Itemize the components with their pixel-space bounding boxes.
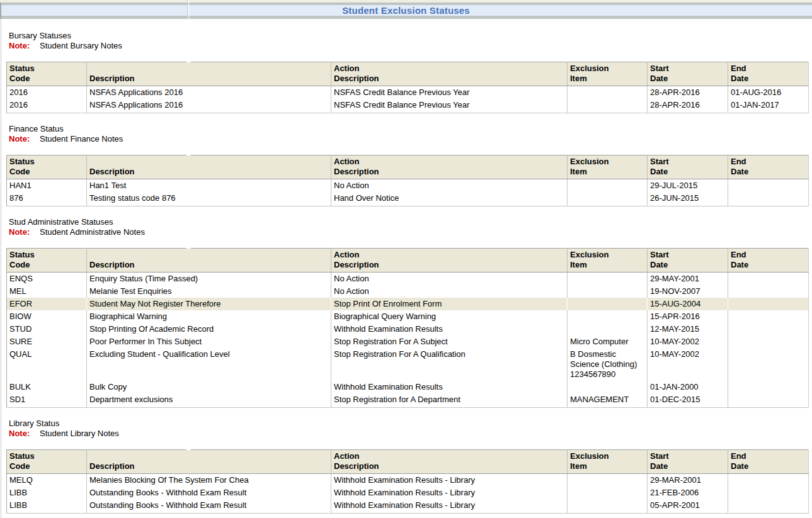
status-table: Status CodeDescriptionAction Description… xyxy=(6,449,809,514)
status-table-wrap: Status CodeDescriptionAction Description… xyxy=(6,155,808,206)
column-header-description: Description xyxy=(87,62,331,86)
table-header-row: Status CodeDescriptionAction Description… xyxy=(7,62,809,86)
cell-start-date: 10-MAY-2002 xyxy=(648,348,728,381)
cell-exclusion-item xyxy=(568,323,648,335)
cell-action-description: Stop Registration For A Qualification xyxy=(331,348,568,381)
cell-action-description: Withhold Examination Results xyxy=(331,323,568,335)
cell-description: Outstanding Books - Withhold Exam Result xyxy=(87,487,331,499)
cell-status-code: QUAL xyxy=(7,348,87,381)
column-header-start-date: Start Date xyxy=(648,155,728,179)
note-text: Student Bursary Notes xyxy=(40,41,122,50)
status-section: Stud Administrative Statuses Note:Studen… xyxy=(0,217,812,408)
cell-end-date xyxy=(728,381,809,393)
column-header-action-description: Action Description xyxy=(331,62,568,86)
page-title: Student Exclusion Statuses xyxy=(342,5,470,16)
table-header-row: Status CodeDescriptionAction Description… xyxy=(7,249,809,273)
cell-end-date xyxy=(728,474,809,487)
status-table: Status CodeDescriptionAction Description… xyxy=(6,155,809,206)
table-row: BULKBulk CopyWithhold Examination Result… xyxy=(7,381,809,393)
column-header-action-description: Action Description xyxy=(331,450,568,474)
cell-start-date: 29-MAY-2001 xyxy=(648,273,728,286)
status-table-wrap: Status CodeDescriptionAction Description… xyxy=(6,248,808,408)
cell-status-code: EFOR xyxy=(7,298,87,310)
note-text: Student Finance Notes xyxy=(40,134,123,144)
cell-start-date: 05-APR-2001 xyxy=(648,499,728,514)
column-header-status-code: Status Code xyxy=(7,62,87,86)
cell-action-description: Biographical Query Warning xyxy=(331,310,568,323)
cell-action-description: No Action xyxy=(331,179,568,193)
cell-start-date: 29-MAR-2001 xyxy=(648,474,728,487)
cell-description: Testing status code 876 xyxy=(87,192,331,206)
column-header-end-date: End Date xyxy=(728,155,809,179)
cell-action-description: Withhold Examination Results xyxy=(331,381,568,393)
column-header-description: Description xyxy=(87,450,331,474)
cell-status-code: MEL xyxy=(7,285,87,298)
table-header-row: Status CodeDescriptionAction Description… xyxy=(7,155,809,179)
table-row: 876Testing status code 876Hand Over Noti… xyxy=(7,192,809,206)
cell-end-date xyxy=(728,285,809,298)
cell-exclusion-item xyxy=(568,381,648,393)
table-row: 2016NSFAS Applications 2016NSFAS Credit … xyxy=(7,99,809,113)
status-section: Finance Status Note:Student Finance Note… xyxy=(0,124,812,206)
cell-start-date: 21-FEB-2006 xyxy=(648,487,728,499)
column-header-exclusion-item: Exclusion Item xyxy=(568,249,648,273)
cell-status-code: HAN1 xyxy=(7,179,87,193)
table-row: STUDStop Printing Of Academic RecordWith… xyxy=(7,323,809,335)
cell-exclusion-item xyxy=(568,86,648,99)
table-row: QUALExcluding Student - Qualification Le… xyxy=(7,348,809,381)
column-header-exclusion-item: Exclusion Item xyxy=(568,450,648,474)
cell-status-code: MELQ xyxy=(7,474,87,487)
title-bar: Student Exclusion Statuses xyxy=(0,5,812,16)
cell-description: Biographical Warning xyxy=(87,310,331,323)
section-title: Finance Status xyxy=(9,124,812,134)
cell-status-code: BIOW xyxy=(7,310,87,323)
cell-start-date: 10-MAY-2002 xyxy=(648,335,728,348)
cell-description: Stop Printing Of Academic Record xyxy=(87,323,331,335)
note-label: Note: xyxy=(9,227,40,237)
cell-end-date xyxy=(728,192,809,206)
section-title: Stud Administrative Statuses xyxy=(9,217,812,227)
cell-description: Melanie Test Enquiries xyxy=(87,285,331,298)
column-header-action-description: Action Description xyxy=(331,249,568,273)
column-header-action-description: Action Description xyxy=(331,155,568,179)
cell-start-date: 15-APR-2016 xyxy=(648,310,728,323)
cell-end-date: 01-AUG-2016 xyxy=(728,86,809,99)
status-table: Status CodeDescriptionAction Description… xyxy=(6,248,809,408)
cell-status-code: LIBB xyxy=(7,499,87,514)
cell-action-description: Hand Over Notice xyxy=(331,192,568,206)
note-label: Note: xyxy=(9,429,40,439)
cell-end-date xyxy=(728,335,809,348)
cell-exclusion-item xyxy=(568,499,648,514)
column-header-exclusion-item: Exclusion Item xyxy=(568,155,648,179)
cell-status-code: 2016 xyxy=(7,86,87,99)
cell-action-description: No Action xyxy=(331,285,568,298)
cell-action-description: Withhold Examination Results - Library xyxy=(331,487,568,499)
column-header-start-date: Start Date xyxy=(648,249,728,273)
column-header-exclusion-item: Exclusion Item xyxy=(568,62,648,86)
status-section: Library Status Note:Student Library Note… xyxy=(0,419,812,514)
column-header-end-date: End Date xyxy=(728,62,809,86)
cell-end-date xyxy=(728,273,809,286)
column-header-status-code: Status Code xyxy=(7,450,87,474)
cell-end-date xyxy=(728,310,809,323)
cell-exclusion-item xyxy=(568,487,648,499)
note-line: Note:Student Library Notes xyxy=(9,429,812,439)
cell-exclusion-item xyxy=(568,474,648,487)
cell-description: Poor Performer In This Subject xyxy=(87,335,331,348)
cell-action-description: Withhold Examination Results - Library xyxy=(331,474,568,487)
cell-exclusion-item xyxy=(568,310,648,323)
status-table-wrap: Status CodeDescriptionAction Description… xyxy=(6,62,808,113)
cell-exclusion-item xyxy=(568,273,648,286)
cell-end-date xyxy=(728,393,809,408)
frame-divider xyxy=(187,0,190,19)
column-header-status-code: Status Code xyxy=(7,249,87,273)
cell-description: Student May Not Register Therefore xyxy=(87,298,331,310)
cell-status-code: 2016 xyxy=(7,99,87,113)
cell-description: Bulk Copy xyxy=(87,381,331,393)
cell-description: Han1 Test xyxy=(87,179,331,193)
cell-end-date: 01-JAN-2017 xyxy=(728,99,809,113)
cell-exclusion-item xyxy=(568,179,648,193)
column-header-end-date: End Date xyxy=(728,249,809,273)
table-row: MELMelanie Test EnquiriesNo Action19-NOV… xyxy=(7,285,809,298)
cell-status-code: 876 xyxy=(7,192,87,206)
